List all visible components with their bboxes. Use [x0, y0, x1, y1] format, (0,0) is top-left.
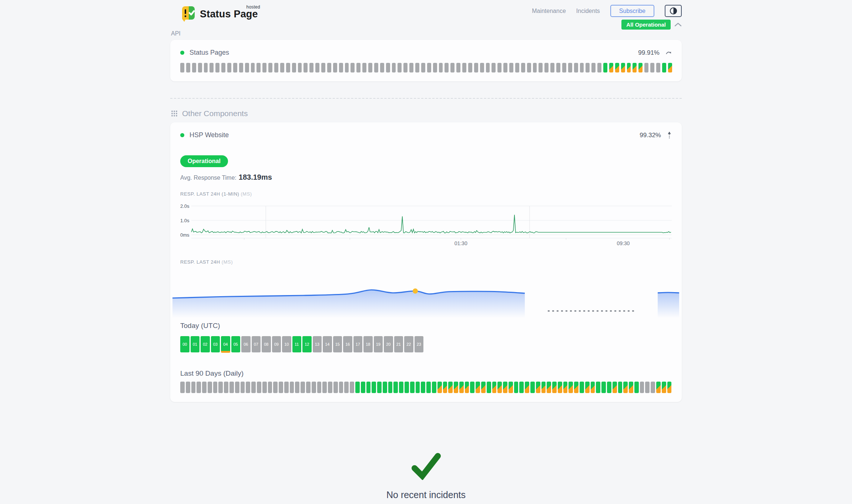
day-bar[interactable] [410, 382, 415, 393]
day-bar[interactable] [613, 382, 617, 393]
day-bar[interactable] [328, 382, 332, 393]
day-bar[interactable] [476, 382, 480, 393]
day-bar[interactable] [388, 382, 393, 393]
uptime-bar[interactable] [539, 63, 543, 72]
hour-cell[interactable]: 21 [394, 336, 403, 352]
uptime-bar[interactable] [239, 63, 243, 72]
day-bar[interactable] [454, 382, 458, 393]
uptime-bar[interactable] [380, 63, 384, 72]
uptime-bar[interactable] [503, 63, 507, 72]
day-bar[interactable] [350, 382, 354, 393]
uptime-bar[interactable] [315, 63, 319, 72]
day-bar[interactable] [437, 382, 442, 393]
uptime-bar[interactable] [215, 63, 219, 72]
day-bar[interactable] [432, 382, 436, 393]
day-bar[interactable] [645, 382, 650, 393]
day-bar[interactable] [421, 382, 425, 393]
hour-cell[interactable]: 00 [180, 336, 189, 352]
uptime-bar[interactable] [644, 63, 648, 72]
uptime-bar[interactable] [362, 63, 366, 72]
subscribe-button[interactable]: Subscribe [610, 5, 654, 17]
day-bar[interactable] [574, 382, 578, 393]
day-bar[interactable] [290, 382, 294, 393]
day-bar[interactable] [662, 382, 666, 393]
day-bar[interactable] [497, 382, 502, 393]
uptime-bar[interactable] [668, 63, 672, 72]
day-bar[interactable] [585, 382, 590, 393]
hour-cell[interactable]: 17 [353, 336, 363, 352]
day-bar[interactable] [361, 382, 365, 393]
uptime-bar[interactable] [227, 63, 231, 72]
uptime-bar[interactable] [221, 63, 225, 72]
hour-cell[interactable]: 19 [374, 336, 383, 352]
hour-cell[interactable]: 20 [384, 336, 393, 352]
day-bar[interactable] [202, 382, 207, 393]
day-bar[interactable] [623, 382, 628, 393]
uptime-bar[interactable] [497, 63, 502, 72]
uptime-bar[interactable] [544, 63, 549, 72]
uptime-bar[interactable] [533, 63, 537, 72]
day-bar[interactable] [301, 382, 305, 393]
uptime-bar[interactable] [621, 63, 625, 72]
overall-status-badge[interactable]: All Operational [621, 20, 671, 30]
uptime-bar[interactable] [350, 63, 355, 72]
day-bar[interactable] [322, 382, 327, 393]
day-bar[interactable] [580, 382, 584, 393]
nav-incidents[interactable]: Incidents [576, 8, 600, 14]
hour-cell[interactable]: 15 [333, 336, 342, 352]
uptime-bar[interactable] [209, 63, 214, 72]
day-bar[interactable] [268, 382, 272, 393]
uptime-bar[interactable] [597, 63, 601, 72]
uptime-bar[interactable] [480, 63, 484, 72]
day-bar[interactable] [667, 382, 672, 393]
uptime-bar[interactable] [204, 63, 208, 72]
uptime-bar[interactable] [650, 63, 654, 72]
day-bar[interactable] [640, 382, 644, 393]
uptime-bar[interactable] [609, 63, 613, 72]
day-bar[interactable] [547, 382, 551, 393]
uptime-bar[interactable] [180, 63, 184, 72]
hour-cell[interactable]: 01 [191, 336, 200, 352]
uptime-bar[interactable] [251, 63, 255, 72]
hour-cell[interactable]: 09 [272, 336, 281, 352]
uptime-bar[interactable] [521, 63, 525, 72]
uptime-bar[interactable] [615, 63, 619, 72]
uptime-bar[interactable] [256, 63, 261, 72]
day-bar[interactable] [241, 382, 245, 393]
uptime-bar[interactable] [509, 63, 513, 72]
day-bar[interactable] [558, 382, 562, 393]
day-bar[interactable] [295, 382, 299, 393]
day-bar[interactable] [279, 382, 283, 393]
uptime-bar[interactable] [262, 63, 266, 72]
hour-cell[interactable]: 13 [313, 336, 322, 352]
day-bar[interactable] [487, 382, 491, 393]
hour-cell[interactable]: 06 [241, 336, 251, 352]
uptime-bar[interactable] [192, 63, 196, 72]
day-bar[interactable] [393, 382, 398, 393]
uptime-bar[interactable] [280, 63, 284, 72]
day-bar[interactable] [416, 382, 420, 393]
day-bar[interactable] [443, 382, 447, 393]
uptime-bar[interactable] [556, 63, 560, 72]
day-bar[interactable] [465, 382, 469, 393]
hour-cell[interactable]: 14 [323, 336, 332, 352]
day-bar[interactable] [426, 382, 431, 393]
day-bar[interactable] [596, 382, 600, 393]
uptime-bar[interactable] [486, 63, 490, 72]
uptime-bar[interactable] [309, 63, 313, 72]
uptime-bar[interactable] [468, 63, 472, 72]
uptime-bar[interactable] [368, 63, 372, 72]
uptime-bar[interactable] [591, 63, 596, 72]
day-bar[interactable] [399, 382, 403, 393]
nav-maintenance[interactable]: Maintenance [532, 8, 566, 14]
uptime-bar[interactable] [298, 63, 302, 72]
uptime-bar[interactable] [409, 63, 413, 72]
uptime-bar[interactable] [403, 63, 407, 72]
day-bar[interactable] [180, 382, 185, 393]
day-bar[interactable] [333, 382, 338, 393]
hour-cell[interactable]: 02 [201, 336, 210, 352]
uptime-bar[interactable] [662, 63, 666, 72]
uptime-bar[interactable] [233, 63, 237, 72]
hour-cell[interactable]: 12 [302, 336, 312, 352]
uptime-bar[interactable] [656, 63, 660, 72]
